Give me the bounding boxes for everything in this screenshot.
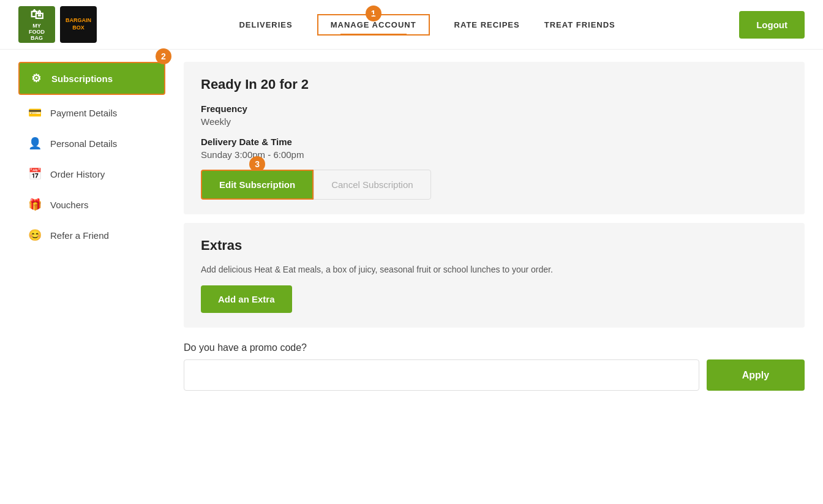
subscription-title: Ready In 20 for 2 [201,77,787,92]
edit-badge-wrap: 3 Edit Subscription [201,170,314,200]
extras-card: Extras Add delicious Heat & Eat meals, a… [184,223,805,328]
nav-deliveries[interactable]: DELIVERIES [239,15,292,34]
sidebar-item-vouchers[interactable]: 🎁 Vouchers [18,189,165,220]
sidebar-label-refer-a-friend: Refer a Friend [50,230,109,241]
sidebar-item-refer-a-friend[interactable]: 😊 Refer a Friend [18,220,165,250]
frequency-value: Weekly [201,116,787,127]
content-area: Ready In 20 for 2 Frequency Weekly Deliv… [184,62,805,486]
subscription-card: Ready In 20 for 2 Frequency Weekly Deliv… [184,62,805,214]
logo-area: 🛍 MY FOOD BAG BARGAINBOX [18,6,97,43]
promo-row: Apply [184,359,805,391]
extras-title: Extras [201,238,787,254]
sidebar-item-subscriptions[interactable]: ⚙ Subscriptions [18,62,165,95]
nav-treat-friends[interactable]: TREAT FRIENDS [544,15,615,34]
promo-label: Do you have a promo code? [184,342,805,353]
cancel-subscription-button[interactable]: Cancel Subscription [314,170,430,200]
credit-card-icon: 💳 [28,106,42,119]
logout-button[interactable]: Logout [739,11,805,39]
extras-description: Add delicious Heat & Eat meals, a box of… [201,265,787,274]
bb-text: BARGAINBOX [66,17,91,31]
main-content: 2 ⚙ Subscriptions 💳 Payment Details 👤 Pe… [0,50,823,498]
main-nav: DELIVERIES 1 MANAGE ACCOUNT RATE RECIPES… [127,15,727,34]
sidebar-item-personal-details[interactable]: 👤 Personal Details [18,128,165,159]
frequency-label: Frequency [201,103,787,114]
sidebar-label-payment-details: Payment Details [50,108,117,118]
sidebar: 2 ⚙ Subscriptions 💳 Payment Details 👤 Pe… [18,62,165,486]
subscription-buttons: 3 Edit Subscription Cancel Subscription [201,170,787,200]
calendar-icon: 📅 [28,167,42,181]
edit-subscription-button[interactable]: Edit Subscription [201,170,314,200]
promo-section: Do you have a promo code? Apply [184,342,805,391]
add-extra-button[interactable]: Add an Extra [201,285,292,313]
bargainbox-logo[interactable]: BARGAINBOX [60,6,97,43]
delivery-value: Sunday 3:00pm - 6:00pm [201,149,787,160]
sidebar-label-subscriptions: Subscriptions [51,73,113,84]
sidebar-item-payment-details[interactable]: 💳 Payment Details [18,97,165,128]
nav-manage-account[interactable]: MANAGE ACCOUNT [317,14,430,36]
myfoodbag-logo[interactable]: 🛍 MY FOOD BAG [18,6,55,43]
refer-icon: 😊 [28,228,42,242]
person-icon: 👤 [28,137,42,150]
sidebar-label-order-history: Order History [50,169,105,179]
nav-rate-recipes[interactable]: RATE RECIPES [454,15,520,34]
delivery-label: Delivery Date & Time [201,137,787,147]
mfb-text3: BAG [31,36,43,42]
badge-2: 2 [156,48,171,64]
sidebar-label-vouchers: Vouchers [50,200,89,210]
gear-icon: ⚙ [29,72,43,85]
header: 🛍 MY FOOD BAG BARGAINBOX DELIVERIES 1 MA… [0,0,823,50]
sidebar-subscriptions-wrap: 2 ⚙ Subscriptions [18,62,165,95]
sidebar-item-order-history[interactable]: 📅 Order History [18,159,165,189]
voucher-icon: 🎁 [28,198,42,211]
nav-manage-account-wrap: 1 MANAGE ACCOUNT [317,19,430,30]
promo-input[interactable] [184,359,699,391]
sidebar-label-personal-details: Personal Details [50,138,117,149]
apply-button[interactable]: Apply [707,359,805,391]
